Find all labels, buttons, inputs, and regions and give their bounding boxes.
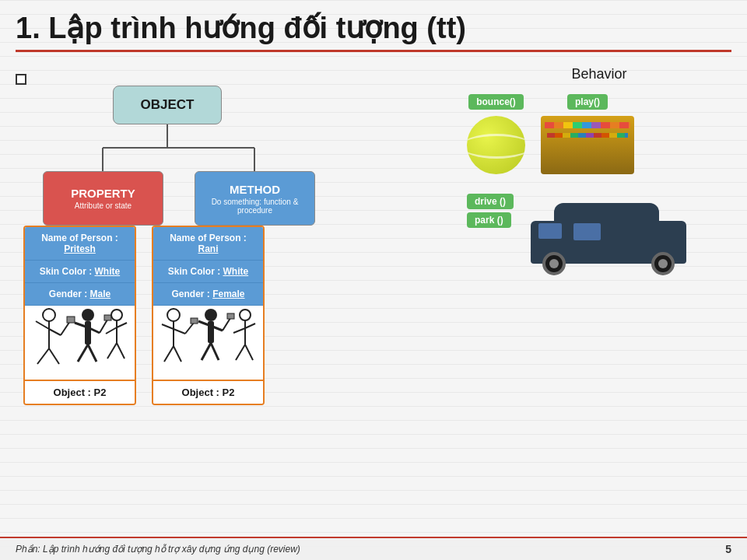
card2-figures (158, 306, 259, 376)
object-card-1: Name of Person : Pritesh Skin Color : Wh… (23, 226, 136, 405)
park-badge: park () (467, 212, 511, 228)
svg-rect-11 (67, 317, 75, 323)
card1-image (25, 306, 135, 380)
svg-line-40 (223, 318, 230, 331)
svg-point-42 (240, 310, 251, 320)
svg-line-6 (36, 321, 49, 329)
behavior-row-2: drive () park () (467, 194, 731, 279)
svg-line-45 (245, 324, 255, 328)
slide-content: 1. Lập trình hướng đối tượng (tt) OBJECT… (0, 0, 747, 560)
card2-skin-row: Skin Color : White (153, 261, 263, 283)
svg-point-26 (167, 309, 180, 321)
title-underline (16, 50, 731, 52)
method-box: METHOD Do something: function & procedur… (195, 171, 315, 226)
tennis-item: bounce() (467, 94, 525, 174)
svg-line-31 (174, 346, 181, 362)
svg-point-12 (82, 309, 94, 321)
card1-figures (30, 306, 131, 376)
svg-line-25 (117, 343, 124, 359)
svg-line-47 (245, 345, 253, 360)
svg-rect-13 (85, 321, 91, 345)
svg-line-17 (88, 345, 96, 362)
property-box: PROPERTY Attribute or state (43, 171, 163, 226)
drive-badge: drive () (467, 194, 514, 209)
svg-line-24 (107, 343, 117, 359)
behavior-title: Behavior (467, 66, 731, 82)
tennis-ball-image (467, 116, 525, 174)
object-card-2: Name of Person : Rani Skin Color : White… (152, 226, 265, 405)
svg-rect-19 (104, 315, 111, 320)
svg-line-18 (100, 320, 107, 333)
footer-text: Phần: Lập trình hướng đối tượng hỗ trợ x… (16, 544, 300, 555)
card1-footer: Object : P2 (25, 380, 135, 404)
footer-page: 5 (725, 543, 731, 555)
svg-rect-33 (191, 318, 198, 324)
svg-line-28 (162, 324, 174, 329)
car-item: drive () park () (467, 194, 694, 279)
card2-name-row: Name of Person : Rani (153, 227, 263, 261)
card2-image (153, 306, 263, 380)
svg-rect-41 (227, 313, 234, 319)
svg-point-20 (111, 310, 122, 320)
object-cards-container: Name of Person : Pritesh Skin Color : Wh… (23, 226, 265, 405)
bullet-point (16, 74, 26, 85)
card1-skin-row: Skin Color : White (25, 261, 135, 283)
svg-line-32 (185, 323, 194, 334)
svg-line-29 (174, 329, 185, 334)
car-image (523, 194, 694, 279)
svg-point-34 (205, 309, 217, 321)
bounce-badge: bounce() (468, 94, 524, 110)
xylophone-image (541, 116, 634, 174)
svg-line-38 (202, 343, 211, 360)
xylophone-item: play() (541, 94, 634, 174)
svg-line-9 (49, 348, 59, 364)
slide-footer: Phần: Lập trình hướng đối tượng hỗ trợ x… (0, 537, 747, 560)
card2-gender-row: Gender : Female (153, 283, 263, 306)
behavior-row-1: bounce() play() (467, 94, 731, 174)
svg-line-7 (49, 329, 61, 335)
card1-gender-row: Gender : Male (25, 283, 135, 306)
svg-line-39 (211, 343, 219, 360)
svg-line-23 (117, 323, 127, 327)
svg-line-22 (106, 327, 117, 334)
svg-line-44 (233, 328, 245, 333)
svg-line-46 (236, 345, 245, 360)
drive-badges: drive () park () (467, 194, 514, 228)
card1-name-row: Name of Person : Pritesh (25, 227, 135, 261)
play-badge: play() (567, 94, 608, 110)
svg-line-16 (78, 345, 88, 362)
svg-line-30 (164, 346, 174, 362)
svg-point-4 (43, 309, 55, 321)
car-wheel-left (542, 252, 566, 275)
svg-line-10 (61, 321, 70, 335)
card2-footer: Object : P2 (153, 380, 263, 404)
car-wheel-right (651, 252, 675, 275)
behavior-section: Behavior bounce() play() drive () park (… (467, 66, 731, 299)
svg-line-8 (37, 348, 49, 364)
slide-title: 1. Lập trình hướng đối tượng (tt) (16, 11, 731, 45)
object-box: OBJECT (113, 86, 222, 124)
title-bar: 1. Lập trình hướng đối tượng (tt) (0, 0, 747, 58)
